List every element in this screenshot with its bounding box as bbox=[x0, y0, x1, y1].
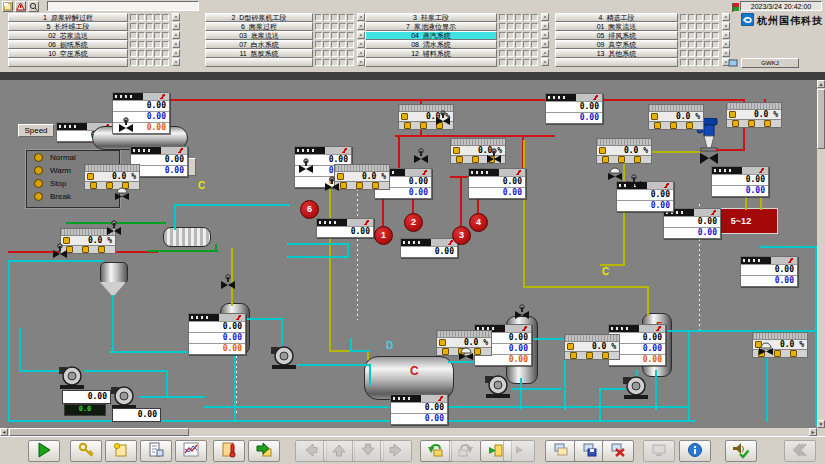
menu-button[interactable]: 06_损纸系统 bbox=[8, 40, 128, 49]
menu-mini-button[interactable] bbox=[357, 22, 365, 30]
menu-button[interactable]: 6_面浆过程 bbox=[205, 22, 313, 31]
menu-mini-button[interactable] bbox=[722, 22, 730, 30]
menu-button[interactable]: 07_白水系统 bbox=[205, 40, 313, 49]
menu-mini-button[interactable] bbox=[541, 31, 549, 39]
pump-icon[interactable] bbox=[110, 384, 138, 410]
control-valve-icon[interactable] bbox=[758, 341, 774, 355]
hand-valve-icon[interactable] bbox=[106, 220, 122, 235]
menu-mini-button[interactable] bbox=[357, 40, 365, 48]
address-input[interactable] bbox=[47, 1, 199, 11]
menu-mini-button[interactable] bbox=[541, 58, 549, 66]
hand-valve-icon[interactable] bbox=[626, 174, 642, 189]
menu-mini-button[interactable] bbox=[722, 31, 730, 39]
scroll-down-icon[interactable]: ▼ bbox=[817, 420, 825, 428]
menu-mini-button[interactable] bbox=[541, 13, 549, 21]
menu-button[interactable]: 08_清水系统 bbox=[365, 40, 497, 49]
window-open-button[interactable] bbox=[545, 440, 577, 462]
new-window-button[interactable] bbox=[105, 440, 137, 462]
control-valve-icon[interactable] bbox=[114, 186, 130, 200]
menu-button[interactable] bbox=[555, 58, 678, 67]
controller-faceplate[interactable]: 0.0 % bbox=[84, 164, 140, 190]
new-page-icon[interactable] bbox=[2, 1, 13, 12]
menu-mini-button[interactable] bbox=[722, 13, 730, 21]
alarm-icon[interactable] bbox=[15, 1, 26, 12]
alarm-log-button[interactable] bbox=[213, 440, 245, 462]
menu-button[interactable]: 04_蒸汽系统 bbox=[365, 31, 497, 40]
sign-out-button[interactable] bbox=[503, 440, 535, 462]
exit-button[interactable] bbox=[784, 440, 816, 462]
redo-button[interactable] bbox=[449, 440, 481, 462]
menu-button[interactable] bbox=[8, 58, 128, 67]
menu-mini-button[interactable] bbox=[172, 49, 180, 57]
hand-valve-icon[interactable] bbox=[486, 148, 502, 163]
menu-mini-button[interactable] bbox=[541, 49, 549, 57]
menu-mini-button[interactable] bbox=[357, 13, 365, 21]
hand-valve-icon[interactable] bbox=[324, 176, 340, 191]
menu-mini-button[interactable] bbox=[722, 49, 730, 57]
undo-button[interactable] bbox=[420, 440, 452, 462]
window-delete-button[interactable] bbox=[602, 440, 634, 462]
controller-faceplate[interactable]: 0.0 % bbox=[648, 104, 704, 130]
menu-button[interactable]: 02_芯浆流送 bbox=[8, 31, 128, 40]
v-scroll-thumb[interactable] bbox=[817, 89, 825, 149]
run-button[interactable] bbox=[28, 440, 60, 462]
menu-button[interactable]: 3_桂浆工段 bbox=[365, 13, 497, 22]
scroll-left-icon[interactable]: ◄ bbox=[0, 428, 8, 436]
menu-button[interactable]: 13_其他系统 bbox=[555, 49, 678, 58]
control-valve-icon[interactable] bbox=[607, 166, 623, 180]
hand-valve-icon[interactable] bbox=[413, 148, 429, 163]
hand-valve-icon[interactable] bbox=[298, 158, 314, 173]
trend-button[interactable] bbox=[175, 440, 207, 462]
menu-button[interactable]: 7_浆池液位显示 bbox=[365, 22, 497, 31]
menu-mini-button[interactable] bbox=[172, 31, 180, 39]
control-valve-icon[interactable] bbox=[458, 346, 474, 360]
h-scrollbar[interactable]: ◄ ► bbox=[0, 428, 817, 436]
menu-mini-button[interactable] bbox=[357, 58, 365, 66]
menu-button[interactable] bbox=[205, 58, 313, 67]
menu-button[interactable]: 12_辅料系统 bbox=[365, 49, 497, 58]
menu-mini-button[interactable] bbox=[172, 22, 180, 30]
data-export-button[interactable] bbox=[248, 440, 280, 462]
monitor-button[interactable] bbox=[643, 440, 675, 462]
menu-button[interactable]: 05_排风系统 bbox=[555, 31, 678, 40]
pump-icon[interactable] bbox=[270, 344, 298, 370]
nav-up-button[interactable] bbox=[323, 440, 355, 462]
menu-button[interactable]: 2_D型碎浆机工段 bbox=[205, 13, 313, 22]
gwkj-button[interactable]: GWKJ bbox=[741, 58, 799, 68]
controller-faceplate[interactable]: 0.0 % bbox=[726, 102, 782, 128]
hand-valve-icon[interactable] bbox=[118, 117, 134, 132]
menu-mini-button[interactable] bbox=[357, 31, 365, 39]
pump-icon[interactable] bbox=[622, 374, 650, 400]
pump-icon[interactable] bbox=[484, 373, 512, 399]
menu-mini-button[interactable] bbox=[172, 58, 180, 66]
nav-right-button[interactable] bbox=[380, 440, 412, 462]
report-button[interactable] bbox=[140, 440, 172, 462]
h-scroll-thumb[interactable] bbox=[9, 428, 189, 436]
v-scrollbar[interactable]: ▲ ▼ bbox=[817, 80, 825, 428]
scroll-up-icon[interactable]: ▲ bbox=[817, 80, 825, 88]
zoom-icon[interactable] bbox=[28, 1, 39, 12]
panel-icon[interactable] bbox=[727, 57, 738, 68]
menu-button[interactable]: 4_精选工段 bbox=[555, 13, 678, 22]
hand-valve-icon[interactable] bbox=[514, 304, 530, 319]
menu-mini-button[interactable] bbox=[722, 40, 730, 48]
controller-faceplate[interactable]: 0.0 % bbox=[334, 164, 390, 190]
hand-valve-icon[interactable] bbox=[435, 110, 451, 125]
controller-faceplate[interactable]: 0.0 % bbox=[564, 334, 620, 360]
menu-button[interactable]: 10_空压系统 bbox=[8, 49, 128, 58]
menu-button[interactable]: 11_熬胶系统 bbox=[205, 49, 313, 58]
menu-button[interactable]: 5_长纤维工段 bbox=[8, 22, 128, 31]
menu-button[interactable] bbox=[365, 58, 497, 67]
hand-valve-icon[interactable] bbox=[220, 274, 236, 289]
menu-button[interactable]: 09_真空系统 bbox=[555, 40, 678, 49]
menu-button[interactable]: 1_原浆碎解过程 bbox=[8, 13, 128, 22]
menu-mini-button[interactable] bbox=[357, 49, 365, 57]
info-button[interactable] bbox=[679, 440, 711, 462]
menu-button[interactable]: 01_面浆流送 bbox=[555, 22, 678, 31]
menu-mini-button[interactable] bbox=[541, 22, 549, 30]
menu-mini-button[interactable] bbox=[541, 40, 549, 48]
menu-mini-button[interactable] bbox=[172, 13, 180, 21]
audio-ack-button[interactable] bbox=[725, 440, 757, 462]
menu-button[interactable]: 03_底浆流送 bbox=[205, 31, 313, 40]
menu-mini-button[interactable] bbox=[172, 40, 180, 48]
